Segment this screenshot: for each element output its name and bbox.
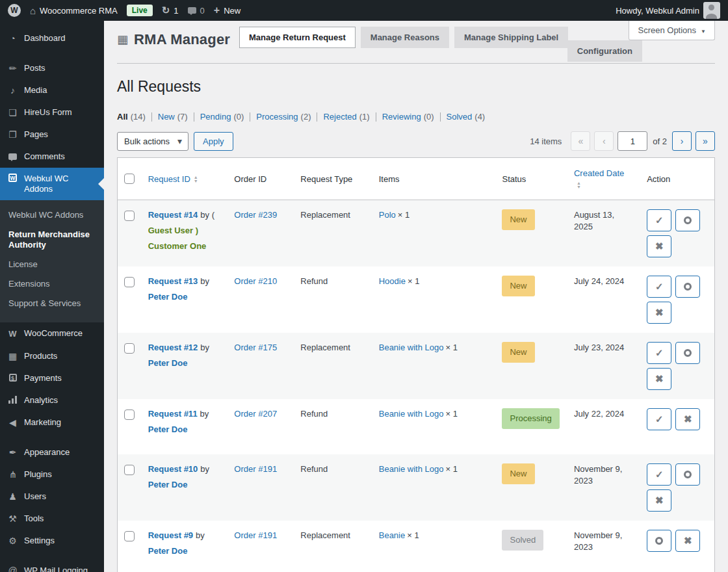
comments-link[interactable]: 0 bbox=[188, 6, 205, 16]
tab-manage-return-request[interactable]: Manage Return Request bbox=[239, 27, 356, 48]
apply-button[interactable]: Apply bbox=[194, 132, 233, 151]
row-checkbox[interactable] bbox=[124, 277, 135, 287]
select-all-checkbox[interactable] bbox=[124, 174, 135, 184]
submenu-item-return-merchandise-authority[interactable]: Return Merchandise Authority bbox=[0, 225, 104, 255]
sidebar-item-pages[interactable]: ❐Pages bbox=[0, 124, 104, 146]
circle-action-button[interactable] bbox=[675, 342, 700, 364]
filter-reviewing[interactable]: Reviewing(0) bbox=[376, 112, 440, 122]
circle-action-button[interactable] bbox=[647, 530, 671, 552]
filter-all[interactable]: All(14) bbox=[117, 112, 151, 122]
current-page-input[interactable] bbox=[618, 131, 647, 151]
sidebar-item-settings[interactable]: ⚙Settings bbox=[0, 530, 104, 552]
filter-rejected[interactable]: Rejected(1) bbox=[317, 112, 375, 122]
sidebar-item-payments[interactable]: Payments bbox=[0, 367, 104, 389]
column-header-created-date[interactable]: Created Date▲▼ bbox=[567, 158, 640, 200]
item-link[interactable]: Beanie with Logo bbox=[379, 343, 444, 352]
order-link[interactable]: Order #191 bbox=[234, 530, 277, 540]
circle-action-button[interactable] bbox=[675, 463, 700, 486]
sidebar-item-users[interactable]: ♟Users bbox=[0, 486, 104, 508]
request-id-link[interactable]: Request #14 bbox=[148, 210, 198, 220]
screen-options-button[interactable]: Screen Options bbox=[629, 21, 715, 40]
check-action-button[interactable]: ✓ bbox=[647, 408, 671, 430]
circle-action-button[interactable] bbox=[675, 209, 700, 231]
check-action-button[interactable]: ✓ bbox=[647, 463, 671, 486]
updates-link[interactable]: 1 bbox=[162, 5, 179, 16]
sidebar-item-woocommerce[interactable]: WooCommerce bbox=[0, 322, 104, 345]
item-link[interactable]: Hoodie bbox=[379, 276, 406, 286]
cross-action-button[interactable]: ✖ bbox=[647, 235, 671, 257]
filter-processing[interactable]: Processing(2) bbox=[250, 112, 317, 122]
circle-action-button[interactable] bbox=[675, 276, 700, 298]
order-link[interactable]: Order #239 bbox=[234, 210, 277, 220]
posts-icon: ✏ bbox=[7, 63, 18, 73]
item-link[interactable]: Beanie bbox=[379, 530, 405, 540]
order-link[interactable]: Order #175 bbox=[234, 343, 277, 352]
column-header-request-id[interactable]: Request ID▲▼ bbox=[142, 158, 228, 200]
check-action-button[interactable]: ✓ bbox=[647, 342, 671, 364]
order-link[interactable]: Order #210 bbox=[234, 276, 277, 286]
wordpress-logo-icon[interactable]: W bbox=[8, 4, 21, 17]
check-action-button[interactable]: ✓ bbox=[647, 276, 671, 298]
sidebar-item-wp-mail-logging[interactable]: @WP Mail Logging bbox=[0, 560, 104, 572]
customer-name[interactable]: Peter Doe bbox=[148, 291, 222, 303]
howdy-link[interactable]: Howdy, Webkul Admin bbox=[616, 2, 720, 19]
filter-solved[interactable]: Solved(4) bbox=[440, 112, 491, 122]
customer-name[interactable]: Peter Doe bbox=[148, 545, 222, 557]
customer-name[interactable]: Peter Doe bbox=[148, 358, 222, 369]
row-checkbox[interactable] bbox=[124, 531, 135, 541]
sidebar-item-comments[interactable]: Comments bbox=[0, 146, 104, 168]
item-link[interactable]: Beanie with Logo bbox=[379, 409, 444, 419]
sidebar-item-appearance[interactable]: ✒Appearance bbox=[0, 441, 104, 463]
sidebar-item-tools[interactable]: ⚒Tools bbox=[0, 508, 104, 530]
row-checkbox[interactable] bbox=[124, 343, 135, 354]
prev-page-button: ‹ bbox=[594, 131, 614, 151]
customer-name[interactable]: Peter Doe bbox=[148, 424, 222, 436]
sidebar-item-products[interactable]: ▦Products bbox=[0, 345, 104, 367]
tab-configuration[interactable]: Configuration bbox=[567, 40, 642, 62]
cross-action-button[interactable]: ✖ bbox=[675, 408, 700, 430]
tab-manage-shipping-label[interactable]: Manage Shipping Label bbox=[454, 27, 568, 48]
row-checkbox[interactable] bbox=[124, 465, 135, 475]
sidebar-item-dashboard[interactable]: ◔Dashboard bbox=[0, 27, 104, 49]
item-link[interactable]: Polo bbox=[379, 210, 396, 220]
tab-manage-reasons[interactable]: Manage Reasons bbox=[361, 27, 449, 48]
next-page-button[interactable]: › bbox=[672, 131, 692, 151]
sidebar-item-media[interactable]: ♪Media bbox=[0, 79, 104, 101]
sidebar-item-plugins[interactable]: ⋔Plugins bbox=[0, 463, 104, 486]
sidebar-item-hireus-form[interactable]: ❏HireUs Form bbox=[0, 101, 104, 124]
row-checkbox[interactable] bbox=[124, 211, 135, 221]
created-date: August 13, 2025 bbox=[574, 210, 614, 231]
request-id-link[interactable]: Request #9 bbox=[148, 530, 193, 540]
filter-new[interactable]: New(7) bbox=[151, 112, 194, 122]
submenu-item-extensions[interactable]: Extensions bbox=[0, 274, 104, 294]
howdy-text: Howdy, Webkul Admin bbox=[616, 6, 699, 16]
submenu-item-license[interactable]: License bbox=[0, 255, 104, 274]
sidebar-item-analytics[interactable]: Analytics bbox=[0, 389, 104, 411]
check-action-button[interactable]: ✓ bbox=[647, 209, 671, 231]
sidebar-item-marketing[interactable]: ◀Marketing bbox=[0, 411, 104, 434]
new-content-link[interactable]: New bbox=[214, 5, 240, 16]
cross-action-button[interactable]: ✖ bbox=[675, 530, 700, 552]
cross-action-button[interactable]: ✖ bbox=[647, 368, 671, 390]
request-id-link[interactable]: Request #10 bbox=[148, 464, 198, 474]
site-name-link[interactable]: Woocommerce RMA bbox=[30, 5, 118, 16]
cross-action-button[interactable]: ✖ bbox=[647, 302, 671, 324]
filter-pending[interactable]: Pending(0) bbox=[194, 112, 250, 122]
request-id-link[interactable]: Request #12 bbox=[148, 343, 198, 352]
submenu-item-webkul-wc-addons[interactable]: Webkul WC Addons bbox=[0, 205, 104, 225]
request-id-link[interactable]: Request #11 bbox=[148, 409, 198, 419]
comment-count: 0 bbox=[200, 6, 205, 16]
row-checkbox[interactable] bbox=[124, 410, 135, 420]
item-link[interactable]: Beanie with Logo bbox=[379, 464, 444, 474]
bulk-actions-select[interactable]: Bulk actions bbox=[117, 132, 188, 151]
request-id-link[interactable]: Request #13 bbox=[148, 276, 198, 286]
order-link[interactable]: Order #191 bbox=[234, 464, 277, 474]
admin-bar: W Woocommerce RMA Live 1 0 New Howdy, We… bbox=[0, 0, 728, 21]
customer-name[interactable]: Peter Doe bbox=[148, 479, 222, 491]
last-page-button[interactable]: » bbox=[696, 131, 715, 151]
cross-action-button[interactable]: ✖ bbox=[647, 489, 671, 512]
sidebar-item-webkul-wc-addons[interactable]: Webkul WC Addons bbox=[0, 168, 104, 200]
order-link[interactable]: Order #207 bbox=[234, 409, 277, 419]
sidebar-item-posts[interactable]: ✏Posts bbox=[0, 57, 104, 79]
submenu-item-support-services[interactable]: Support & Services bbox=[0, 294, 104, 313]
